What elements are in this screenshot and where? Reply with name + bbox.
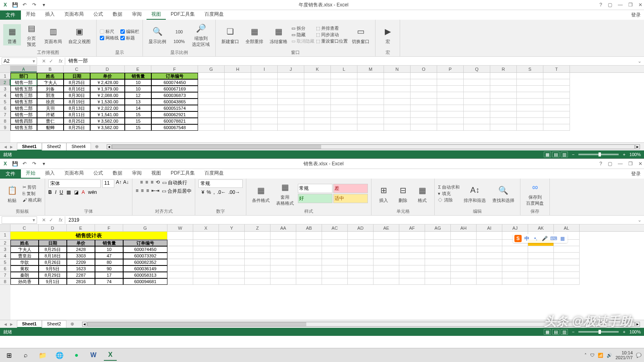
col-header-AB[interactable]: AB — [296, 224, 322, 231]
ime-keyboard-icon[interactable]: ⌨ — [550, 235, 557, 242]
cell[interactable]: 9月5日 — [39, 265, 67, 272]
customize-icon[interactable]: ▾ — [40, 160, 47, 167]
cell[interactable]: 600074450 — [151, 79, 198, 86]
cell[interactable]: ￥2,022.00 — [90, 105, 125, 111]
find-select-button[interactable]: 🔍查找和选择 — [490, 183, 517, 204]
view-pagebreak-button[interactable]: ▤分页 预览 — [23, 21, 40, 48]
col-header-O[interactable]: O — [411, 66, 437, 72]
decrease-font-icon[interactable]: A↓ — [123, 179, 129, 188]
row-header[interactable]: 7 — [0, 111, 10, 118]
table-header[interactable]: 订单编号 — [123, 240, 167, 246]
style-bad[interactable]: 差 — [333, 184, 368, 193]
cell[interactable]: 10 — [125, 86, 151, 92]
cell[interactable]: 曹皇后 — [10, 253, 39, 259]
select-all-corner[interactable] — [0, 224, 10, 231]
minimize-icon[interactable]: — — [618, 161, 623, 167]
zoom-100-button[interactable]: 100100% — [170, 25, 188, 45]
tab-数据[interactable]: 数据 — [108, 169, 127, 179]
cancel-icon[interactable]: ✕ — [42, 217, 46, 223]
row-header[interactable]: 5 — [0, 99, 10, 105]
row-header[interactable]: 3 — [0, 86, 10, 92]
col-header-F[interactable]: F — [95, 224, 123, 231]
ime-lang[interactable]: 中 — [523, 235, 530, 242]
cell[interactable]: 2287 — [67, 272, 95, 278]
cell[interactable]: 卞夫人 — [37, 79, 64, 86]
sidebyside-button[interactable]: ⬚ 并排查看 — [316, 25, 348, 31]
phonetic-button[interactable]: wén — [88, 189, 97, 195]
cell[interactable]: 销售三部 — [10, 92, 37, 99]
cell[interactable]: 14 — [125, 105, 151, 111]
login-button[interactable]: 登录 — [628, 10, 644, 20]
macros-button[interactable]: ▶宏 — [379, 24, 396, 45]
cell[interactable]: 15 — [125, 111, 151, 118]
col-header-C[interactable]: C — [10, 224, 39, 231]
col-header-E[interactable]: E — [125, 66, 151, 72]
col-header-Q[interactable]: Q — [464, 66, 490, 72]
ime-logo-icon[interactable]: S — [514, 235, 522, 242]
tab-插入[interactable]: 插入 — [40, 10, 60, 20]
sort-filter-button[interactable]: A↕排序和筛选 — [461, 183, 488, 204]
tray-date[interactable]: 2021/7/7 — [615, 355, 633, 360]
ime-punct-icon[interactable]: •, — [532, 235, 539, 242]
cell[interactable]: 8月18日 — [39, 253, 67, 259]
ime-toolbar[interactable]: S 中 •, 🎤 ⌨ ▦ — [513, 234, 568, 243]
tab-PDF工具集[interactable]: PDF工具集 — [166, 10, 200, 20]
file-explorer-icon[interactable]: 📁 — [36, 350, 49, 361]
split-button[interactable]: ▭ 拆分 — [291, 25, 314, 31]
cell[interactable]: 孙尚香 — [10, 278, 39, 285]
cell[interactable]: 15 — [125, 124, 151, 131]
italic-button[interactable]: I — [55, 189, 56, 195]
zoom-selection-button[interactable]: 🔎缩放到 选定区域 — [190, 21, 212, 48]
cell[interactable]: ￥1,530.00 — [90, 99, 125, 105]
cell[interactable]: 17 — [95, 272, 123, 278]
switch-window-button[interactable]: ▭切换窗口 — [349, 24, 372, 45]
freeze-panes-button[interactable]: ▦冻结窗格 — [267, 24, 290, 45]
redo-icon[interactable]: ↷ — [31, 160, 38, 167]
ime-menu-icon[interactable]: ▦ — [559, 235, 566, 242]
cell[interactable]: 8月16日 — [64, 86, 90, 92]
help-icon[interactable]: ? — [599, 2, 602, 8]
undo-icon[interactable]: ↶ — [21, 160, 28, 167]
view-custom-button[interactable]: ▣自定义视图 — [66, 24, 93, 45]
col-header-J[interactable]: J — [278, 66, 304, 72]
view-normal-button[interactable]: ▦普通 — [3, 24, 21, 45]
col-header-E[interactable]: E — [67, 224, 95, 231]
horizontal-scrollbar[interactable]: ◄► — [103, 144, 644, 149]
insert-cells-button[interactable]: ⊞插入 — [375, 183, 392, 204]
cell[interactable]: 600043865 — [151, 99, 198, 105]
expand-formula-icon[interactable]: ⌄ — [635, 217, 644, 223]
format-painter-button[interactable]: 🖌 格式刷 — [23, 197, 41, 203]
style-good[interactable]: 好 — [298, 194, 332, 203]
col-header-AE[interactable]: AE — [374, 224, 399, 231]
zoom-level[interactable]: 100% — [630, 152, 641, 157]
enter-icon[interactable]: ✓ — [49, 217, 53, 223]
copy-button[interactable]: ⎘ 复制 — [23, 191, 41, 197]
fill-button[interactable]: ▾ 填充 — [438, 191, 460, 197]
tab-数据[interactable]: 数据 — [108, 10, 127, 20]
tab-公式[interactable]: 公式 — [89, 169, 108, 179]
cell[interactable]: 2428 — [67, 246, 95, 253]
col-header-AI[interactable]: AI — [477, 224, 502, 231]
row-header[interactable]: 6 — [0, 105, 10, 111]
paste-button[interactable]: 📋粘贴 — [3, 183, 21, 204]
col-header-AK[interactable]: AK — [528, 224, 554, 231]
close-icon[interactable]: ✕ — [638, 161, 642, 167]
cell[interactable]: 47 — [95, 253, 123, 259]
help-icon[interactable]: ? — [599, 161, 602, 167]
login-button[interactable]: 登录 — [628, 169, 644, 179]
row-header[interactable]: 8 — [0, 278, 10, 285]
undo-icon[interactable]: ↶ — [21, 1, 28, 8]
row-header[interactable]: 6 — [0, 265, 10, 272]
cell[interactable]: 8月19日 — [64, 99, 90, 105]
table-header[interactable]: 姓名 — [37, 73, 64, 79]
cell[interactable]: 600078821 — [151, 118, 198, 124]
minimize-icon[interactable]: — — [618, 2, 623, 8]
increase-font-icon[interactable]: A↑ — [116, 179, 122, 188]
resetpos-button[interactable]: ⬚ 重设窗口位置 — [316, 38, 348, 44]
font-color-button[interactable]: A — [82, 189, 85, 195]
cell[interactable]: ￥2,088.00 — [90, 92, 125, 99]
cell[interactable]: 600058313 — [123, 272, 167, 278]
cell[interactable]: 600036149 — [123, 265, 167, 272]
fx-icon[interactable]: fx — [56, 58, 65, 64]
tray-network-icon[interactable]: 📶 — [598, 353, 603, 358]
